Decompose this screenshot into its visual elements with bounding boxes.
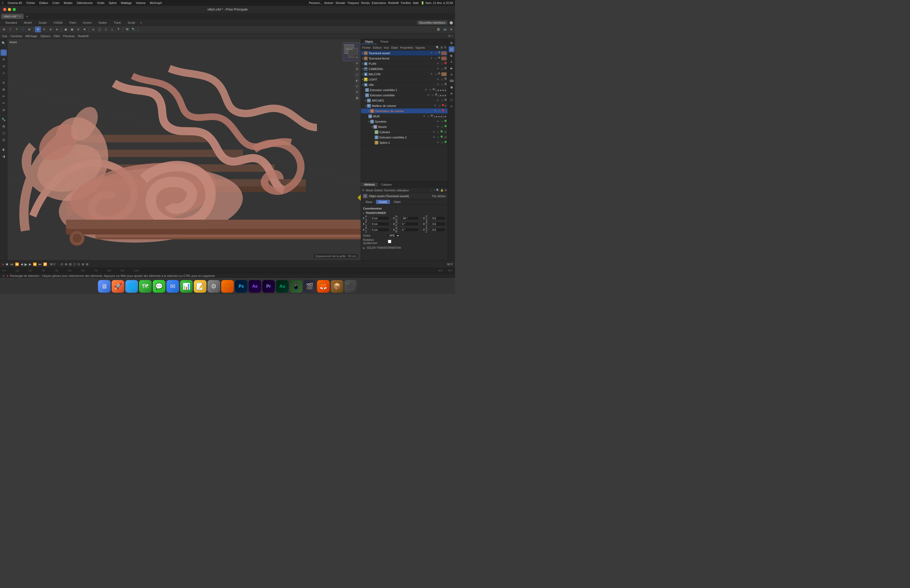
lt-tool6[interactable]: 🔧	[0, 116, 7, 123]
viewport[interactable]: Front Avant Espacement de la grille : 50…	[7, 39, 361, 260]
toolbar-render2[interactable]: 📹	[442, 27, 448, 32]
attr-lock-icon[interactable]: 🔒	[440, 189, 443, 192]
menu-fenetre[interactable]: Fenêtre	[401, 1, 411, 5]
attr-dot-pz[interactable]	[363, 229, 364, 231]
tl-icon7[interactable]: ⊞	[86, 262, 89, 266]
render-icon[interactable]: ◻	[440, 141, 444, 144]
attr-dot-px[interactable]	[363, 217, 364, 219]
menu-personn[interactable]: Personn...	[309, 1, 322, 5]
attr-input-rp[interactable]	[401, 222, 419, 226]
lt-tool1[interactable]: ⊙	[0, 79, 7, 86]
itab-paint[interactable]: Paint	[66, 21, 79, 25]
ri-console[interactable]: ▣	[449, 84, 454, 90]
menu-redshift[interactable]: Redshift	[388, 1, 399, 5]
attr-input-rb[interactable]	[401, 228, 419, 232]
toolbar-obj3[interactable]: ⬡	[103, 27, 109, 32]
attr-back-icon[interactable]: ←	[430, 189, 433, 192]
dock-app2[interactable]: ⬛	[344, 280, 357, 293]
dock-app1[interactable]: 📦	[331, 280, 343, 293]
obj-cylindre[interactable]: C Cylindre 👁 ◻ ✓ F	[361, 129, 448, 135]
dock-premiere[interactable]: Pr	[262, 280, 275, 293]
tl-prev-frame[interactable]: ◀	[21, 262, 23, 266]
obj-tournesol-ouvert[interactable]: ▾ ⬡ Tournesol ouvert 👁 ◻	[361, 50, 448, 56]
lt-tool3[interactable]: ✏	[0, 93, 7, 100]
toolbar-move[interactable]: ✦	[35, 27, 41, 32]
vis-icon[interactable]: 👁	[436, 78, 440, 81]
attr-tab-calques[interactable]: Calques	[378, 183, 395, 187]
om-signets[interactable]: Signets	[415, 46, 425, 49]
menu-edition[interactable]: Édition	[39, 1, 48, 5]
tl-prev[interactable]: ⏪	[15, 262, 19, 266]
vis-icon[interactable]: 👁	[436, 141, 440, 144]
nouvelles-interfaces-button[interactable]: Nouvelles interfaces	[417, 21, 448, 25]
toolbar-obj2[interactable]: ◯	[97, 27, 102, 32]
obj-cameras[interactable]: ▾ 📷 CAMERAS 👁 ◻	[361, 66, 448, 72]
om-settings-icon[interactable]: ⚙	[444, 46, 446, 49]
itab-uvedit[interactable]: UVEdit	[50, 21, 66, 25]
vis-icon[interactable]: 👁	[430, 57, 433, 60]
obj-plan[interactable]: ▾ ▣ PLAN 👁 ◻	[361, 61, 448, 66]
attr-dot-rp[interactable]	[393, 223, 394, 225]
dock-safari[interactable]: 🌐	[125, 280, 138, 293]
obj-extrusion[interactable]: E Extrusion contrôlée 👁 ◻ △▲▲▲	[361, 93, 448, 98]
tab-prises[interactable]: Prises	[377, 39, 392, 44]
dock-notes[interactable]: 📝	[194, 280, 207, 293]
render-icon[interactable]: ◻	[440, 83, 444, 87]
vis-icon[interactable]: 👁	[430, 51, 433, 55]
vr-icon-7[interactable]: ⚙	[354, 89, 360, 95]
menu-traqueur[interactable]: Traqueur	[348, 1, 359, 5]
vis-icon[interactable]: 👁	[432, 136, 436, 139]
dock-aftereffects[interactable]: Ae	[249, 280, 261, 293]
vis-icon[interactable]: 👁	[436, 125, 440, 129]
vr-icon-4[interactable]: ⬡	[354, 72, 360, 78]
attr-mode[interactable]: Mode	[366, 189, 373, 192]
tl-icon5[interactable]: ⊙	[78, 262, 80, 266]
toolbar-select1[interactable]: ▣	[63, 27, 68, 32]
toolbar-x[interactable]: X	[7, 27, 13, 32]
toolbar-select4[interactable]: ✥	[82, 27, 87, 32]
tab-objets[interactable]: Objets	[361, 39, 377, 44]
render-icon[interactable]: ◻	[428, 88, 432, 92]
vis-icon[interactable]: 👁	[432, 130, 436, 134]
tl-first[interactable]: ⏮	[10, 262, 13, 266]
dock-mail[interactable]: ✉	[166, 280, 179, 293]
dock-numbers[interactable]: 📊	[180, 280, 193, 293]
vr-icon-8[interactable]: ▦	[354, 95, 360, 100]
attr-subtab-objet[interactable]: Objet	[391, 200, 403, 204]
attr-input-rh[interactable]	[401, 216, 419, 220]
vis-icon[interactable]: 👁	[436, 120, 440, 123]
tl-icon3[interactable]: ⊞	[69, 262, 72, 266]
toolbar-scale[interactable]: ⊕	[48, 27, 53, 32]
obj-mailleur[interactable]: ▾ V Mailleur de volume 👁 ◻ ✕	[361, 103, 448, 108]
obj-neutre[interactable]: ▾ N Neutre 👁 ◻	[361, 124, 448, 129]
new-tab-button[interactable]: +	[26, 14, 28, 18]
attr-dot-rb[interactable]	[393, 229, 394, 231]
vo-cameras[interactable]: Caméras	[10, 34, 22, 38]
render-icon[interactable]: ◻	[440, 78, 444, 81]
maximize-button[interactable]	[13, 8, 16, 11]
vis-icon[interactable]: 👁	[424, 88, 428, 92]
vis-icon[interactable]: 👁	[427, 94, 430, 97]
toolbar-cam1[interactable]: 📷	[124, 27, 130, 32]
ri-xpresso[interactable]: X	[449, 59, 454, 65]
menu-fichier[interactable]: Fichier	[26, 1, 35, 5]
lt-scale[interactable]: ⤢	[0, 70, 7, 76]
obj-extrusion1[interactable]: E Extrusion contrôlée.1 👁 ◻ △ ▲▲▲▲	[361, 87, 448, 93]
dock-firefox[interactable]: 🦊	[317, 280, 330, 293]
render-icon[interactable]: ◻	[431, 94, 435, 97]
tl-play[interactable]: ▶	[24, 262, 27, 267]
lt-select[interactable]: ⬚	[0, 50, 7, 56]
close-button[interactable]	[3, 8, 6, 11]
lt-mat2[interactable]: ◑	[0, 153, 7, 160]
attr-input-px[interactable]	[371, 216, 389, 220]
itab-sculpt[interactable]: Sculpt	[36, 21, 50, 25]
vr-icon-6[interactable]: ⊘	[354, 84, 360, 89]
render-icon[interactable]: ◻	[434, 51, 438, 55]
render-icon[interactable]: ◻	[436, 136, 440, 139]
attr-dot-ez[interactable]	[423, 229, 425, 231]
toggle-switch[interactable]: ⬤	[449, 21, 453, 24]
attr-subtab-coord[interactable]: Coord.	[376, 200, 390, 204]
toolbar-cam2[interactable]: 🔦	[131, 27, 136, 32]
attr-select-ordre[interactable]: HPB	[387, 233, 400, 237]
tl-last[interactable]: ⏭	[39, 262, 42, 266]
